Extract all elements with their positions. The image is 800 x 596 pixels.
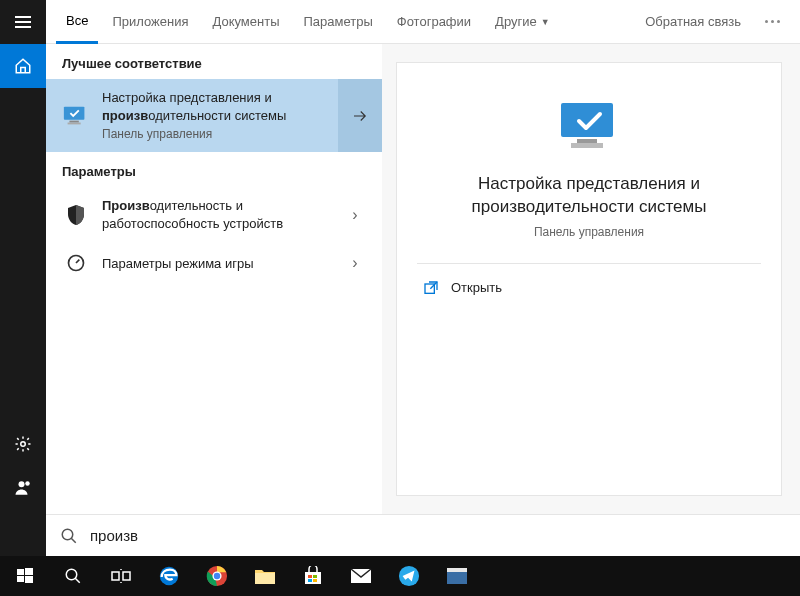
open-icon (423, 280, 439, 296)
svg-rect-28 (313, 575, 317, 578)
result2-label: Параметры режима игры (102, 256, 254, 271)
tab-more[interactable]: Другие▼ (485, 0, 560, 44)
tab-photos-label: Фотографии (397, 14, 471, 29)
filter-tabs: Все Приложения Документы Параметры Фотог… (46, 0, 800, 44)
svg-rect-7 (561, 103, 613, 137)
tab-docs-label: Документы (212, 14, 279, 29)
hamburger-icon (15, 16, 31, 28)
settings-header: Параметры (46, 152, 382, 187)
result-game-mode[interactable]: Параметры режима игры › (46, 242, 382, 284)
more-options-button[interactable] (755, 0, 790, 44)
search-icon (64, 567, 82, 585)
taskbar-app-chrome[interactable] (194, 556, 240, 596)
monitor-check-icon (62, 105, 90, 127)
home-icon (14, 57, 32, 75)
preview-meta: Панель управления (534, 225, 644, 239)
svg-rect-14 (17, 576, 24, 582)
gauge-icon (62, 252, 90, 274)
edge-icon (158, 565, 180, 587)
svg-point-16 (66, 569, 77, 580)
settings-button[interactable] (0, 422, 46, 466)
search-input[interactable] (90, 527, 786, 544)
svg-rect-4 (69, 120, 78, 122)
svg-point-0 (21, 442, 26, 447)
svg-rect-25 (255, 573, 275, 584)
result0-bold: произв (102, 108, 148, 123)
account-button[interactable] (0, 466, 46, 510)
preview-card: Настройка представления и производительн… (396, 62, 782, 496)
svg-rect-18 (123, 572, 130, 580)
result-perf-health[interactable]: Производительность и работоспособность у… (46, 187, 382, 242)
taskbar-search-button[interactable] (50, 556, 96, 596)
svg-rect-27 (308, 575, 312, 578)
windows-icon (17, 568, 33, 584)
svg-rect-17 (112, 572, 119, 580)
task-view-icon (111, 569, 131, 583)
person-icon (14, 479, 32, 497)
open-preview-button[interactable] (338, 79, 382, 152)
tab-photos[interactable]: Фотографии (387, 0, 481, 44)
store-icon (303, 566, 323, 586)
search-icon (60, 527, 78, 545)
chevron-right-icon: › (340, 206, 370, 224)
open-label: Открыть (451, 280, 502, 295)
start-button[interactable] (2, 556, 48, 596)
svg-rect-30 (313, 579, 317, 582)
folder-icon (254, 567, 276, 585)
svg-point-1 (19, 481, 25, 487)
tab-apps[interactable]: Приложения (102, 0, 198, 44)
result0-sub: Панель управления (102, 126, 326, 142)
arrow-right-icon (351, 107, 369, 125)
taskbar-app-mail[interactable] (338, 556, 384, 596)
tab-more-label: Другие (495, 14, 537, 29)
tab-all[interactable]: Все (56, 0, 98, 44)
taskbar-app-edge[interactable] (146, 556, 192, 596)
results-panel: Лучшее соответствие Настройка представле… (46, 44, 382, 514)
result1-bold: Произв (102, 198, 150, 213)
svg-point-11 (62, 529, 73, 540)
svg-rect-34 (447, 568, 467, 572)
mail-icon (350, 568, 372, 584)
chrome-icon (206, 565, 228, 587)
app-icon (446, 567, 468, 585)
svg-point-2 (25, 481, 30, 486)
taskbar-app-store[interactable] (290, 556, 336, 596)
tab-docs[interactable]: Документы (202, 0, 289, 44)
hamburger-menu-button[interactable] (0, 0, 46, 44)
tab-settings-label: Параметры (303, 14, 372, 29)
svg-rect-29 (308, 579, 312, 582)
tab-settings[interactable]: Параметры (293, 0, 382, 44)
result0-prefix: Настройка представления и (102, 90, 272, 105)
chevron-right-icon: › (340, 254, 370, 272)
result0-suffix: одительности системы (148, 108, 286, 123)
taskbar-app-telegram[interactable] (386, 556, 432, 596)
home-button[interactable] (0, 44, 46, 88)
taskbar-app-generic[interactable] (434, 556, 480, 596)
gear-icon (14, 435, 32, 453)
svg-rect-13 (25, 568, 33, 575)
best-match-header: Лучшее соответствие (46, 44, 382, 79)
taskbar (0, 556, 800, 596)
svg-rect-8 (577, 139, 597, 143)
task-view-button[interactable] (98, 556, 144, 596)
search-bar (46, 514, 800, 556)
tab-apps-label: Приложения (112, 14, 188, 29)
preview-title: Настройка представления и производительн… (417, 173, 761, 219)
result-best-match[interactable]: Настройка представления и производительн… (46, 79, 382, 152)
feedback-link[interactable]: Обратная связь (635, 0, 751, 44)
svg-rect-12 (17, 569, 24, 575)
dots-icon (765, 20, 780, 23)
feedback-label: Обратная связь (645, 14, 741, 29)
chevron-down-icon: ▼ (541, 17, 550, 27)
shield-icon (62, 204, 90, 226)
svg-rect-15 (25, 576, 33, 583)
tab-all-label: Все (66, 13, 88, 28)
svg-rect-3 (64, 106, 85, 119)
open-action[interactable]: Открыть (417, 264, 761, 312)
monitor-check-large-icon (553, 99, 625, 159)
taskbar-app-explorer[interactable] (242, 556, 288, 596)
svg-point-24 (214, 573, 220, 579)
svg-rect-5 (68, 122, 81, 124)
svg-rect-9 (571, 143, 603, 148)
telegram-icon (398, 565, 420, 587)
